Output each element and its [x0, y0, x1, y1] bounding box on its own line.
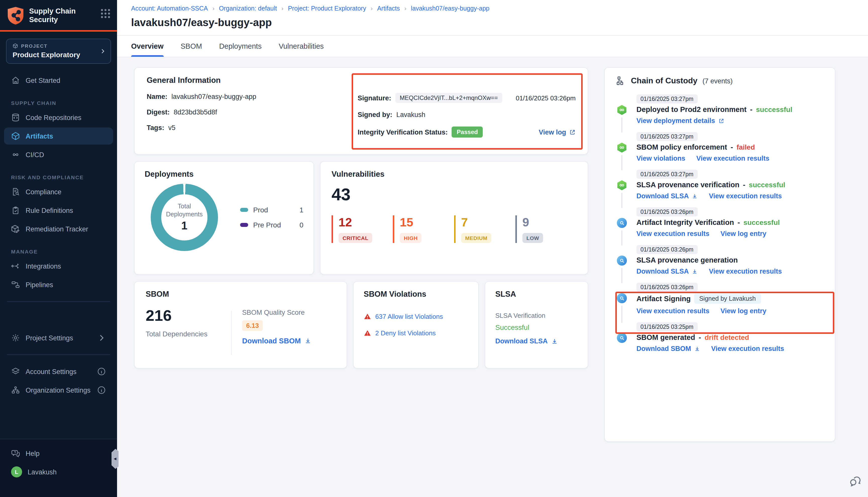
signed-by-label: Signed by: [358, 111, 392, 118]
sidebar-item-remediation-tracker[interactable]: Remediation Tracker [4, 221, 113, 238]
sidebar-divider [7, 354, 110, 355]
sidebar-item-code-repositories[interactable]: Code Repositories [4, 109, 113, 126]
project-label: PROJECT [21, 43, 47, 49]
event-title: SBOM generated [636, 333, 695, 341]
status-badge: Passed [452, 127, 483, 138]
project-selector[interactable]: PROJECT Product Exploratory [6, 39, 111, 64]
user-name: Lavakush [28, 468, 57, 475]
event-title: Deployed to Prod2 environment [636, 105, 746, 113]
sidebar-item-pipelines[interactable]: Pipelines [4, 276, 113, 293]
legend-item-pre-prod: Pre Prod 0 [240, 221, 304, 229]
sidebar-item-get-started[interactable]: Get Started [4, 72, 113, 89]
sbom-violations-card: SBOM Violations 637 Allow list Violation… [353, 281, 479, 368]
sidebar-item-help[interactable]: Help [4, 445, 113, 462]
sidebar-item-project-settings[interactable]: Project Settings [4, 329, 113, 346]
home-icon [11, 76, 20, 85]
severity-medium: 7 MEDIUM [454, 215, 515, 243]
scan-icon [617, 256, 627, 266]
card-title: General Information [147, 76, 576, 85]
view-log-entry-link[interactable]: View log entry [720, 307, 767, 315]
tab-bar: Overview SBOM Deployments Vulnerabilitie… [117, 36, 868, 57]
external-link-icon [569, 129, 576, 135]
app-logo-shield-icon [7, 6, 24, 25]
user-menu[interactable]: L Lavakush [4, 463, 113, 480]
view-execution-results-link[interactable]: View execution results [711, 345, 784, 352]
pipeline-icon [617, 105, 627, 115]
download-sbom-link[interactable]: Download SBOM [636, 345, 700, 352]
event-title: Artifact Integrity Verification [636, 218, 734, 226]
warning-icon [364, 329, 371, 337]
chain-of-custody-card: Chain of Custody (7 events) 01/16/2025 0… [604, 67, 835, 442]
tab-deployments[interactable]: Deployments [219, 36, 262, 57]
allow-list-violations-link[interactable]: 637 Allow list Violations [375, 313, 443, 320]
download-slsa-link[interactable]: Download SLSA [636, 268, 698, 275]
repository-icon [11, 113, 20, 122]
support-chat-icon[interactable] [849, 475, 862, 488]
event-timestamp: 01/16/2025 03:26pm [636, 245, 698, 254]
sidebar-item-account-settings[interactable]: Account Settings [4, 363, 113, 380]
tab-sbom[interactable]: SBOM [181, 36, 202, 57]
chain-event-integrity-verification: 01/16/2025 03:26pm Artifact Integrity Ve… [617, 207, 824, 238]
signature-value[interactable]: MEQCICde2VjIT...bL+2+mqnOXw== [395, 93, 503, 103]
event-status: successful [756, 105, 793, 113]
cube-edit-icon [11, 224, 20, 233]
app-switcher-icon[interactable] [101, 9, 110, 18]
tab-vulnerabilities[interactable]: Vulnerabilities [279, 36, 324, 57]
slsa-verification-label: SLSA Verification [495, 312, 578, 319]
sidebar-item-cicd[interactable]: CI/CD [4, 146, 113, 163]
sidebar-item-rule-definitions[interactable]: Rule Definitions [4, 202, 113, 219]
download-sbom-link[interactable]: Download SBOM [242, 337, 311, 345]
event-timestamp: 01/16/2025 03:25pm [636, 322, 698, 331]
deny-list-violations-row: 2 Deny list Violations [364, 329, 468, 337]
severity-low: 9 LOW [515, 215, 577, 243]
scan-icon [617, 333, 627, 343]
download-icon [694, 346, 700, 352]
event-title: Artifact Signing [636, 295, 691, 303]
sidebar-footer: Help L Lavakush [0, 439, 117, 497]
sidebar-item-integrations[interactable]: Integrations [4, 257, 113, 274]
tab-overview[interactable]: Overview [131, 36, 164, 57]
download-icon [692, 268, 698, 274]
view-execution-results-link[interactable]: View execution results [636, 307, 710, 315]
view-execution-results-link[interactable]: View execution results [697, 155, 770, 162]
document-search-icon [11, 187, 20, 196]
sidebar-item-organization-settings[interactable]: Organization Settings [4, 382, 113, 399]
breadcrumb-organization[interactable]: Organization: default [219, 5, 277, 12]
app-title: Supply Chain Security [29, 6, 83, 24]
view-deployment-details-link[interactable]: View deployment details [636, 117, 724, 125]
chain-events-count: (7 events) [702, 77, 733, 85]
download-slsa-link[interactable]: Download SLSA [636, 192, 698, 200]
view-execution-results-link[interactable]: View execution results [709, 192, 782, 200]
card-title: SBOM [146, 290, 336, 299]
brand-accent-line [0, 30, 117, 32]
vulnerabilities-card: Vulnerabilities 43 12 CRITICAL 15 HIGH [320, 161, 588, 274]
breadcrumb-current[interactable]: lavakush07/easy-buggy-app [411, 5, 490, 12]
view-execution-results-link[interactable]: View execution results [709, 268, 782, 275]
gear-icon [11, 333, 20, 342]
info-icon [97, 367, 106, 376]
view-violations-link[interactable]: View violations [636, 155, 685, 162]
download-icon [304, 337, 311, 344]
download-icon [551, 338, 558, 345]
deployments-card: Deployments Total Deployments 1 [134, 161, 314, 274]
breadcrumb-account[interactable]: Account: Automation-SSCA [131, 5, 208, 12]
org-hierarchy-icon [11, 386, 20, 395]
download-slsa-link[interactable]: Download SLSA [495, 337, 578, 345]
sidebar-item-compliance[interactable]: Compliance [4, 183, 113, 200]
view-execution-results-link[interactable]: View execution results [636, 230, 710, 238]
event-timestamp: 01/16/2025 03:27pm [636, 132, 698, 141]
chain-title: Chain of Custody [631, 76, 698, 85]
integrity-status-label: Integrity Verification Status: [358, 128, 448, 136]
deny-list-violations-link[interactable]: 2 Deny list Violations [375, 329, 436, 337]
sidebar-item-artifacts[interactable]: Artifacts [4, 128, 113, 145]
sidebar-collapse-handle[interactable]: ◀ [112, 449, 118, 469]
breadcrumb-artifacts[interactable]: Artifacts [377, 5, 400, 12]
signature-date: 01/16/2025 03:26pm [516, 94, 576, 102]
severity-critical: 12 CRITICAL [332, 215, 393, 243]
view-log-entry-link[interactable]: View log entry [720, 230, 767, 238]
external-link-icon [718, 118, 724, 124]
view-log-link[interactable]: View log [539, 128, 576, 136]
pipeline-icon [617, 180, 627, 190]
sbom-quality-score-label: SBOM Quality Score [242, 309, 311, 316]
breadcrumb-project[interactable]: Project: Product Exploratory [288, 5, 366, 12]
